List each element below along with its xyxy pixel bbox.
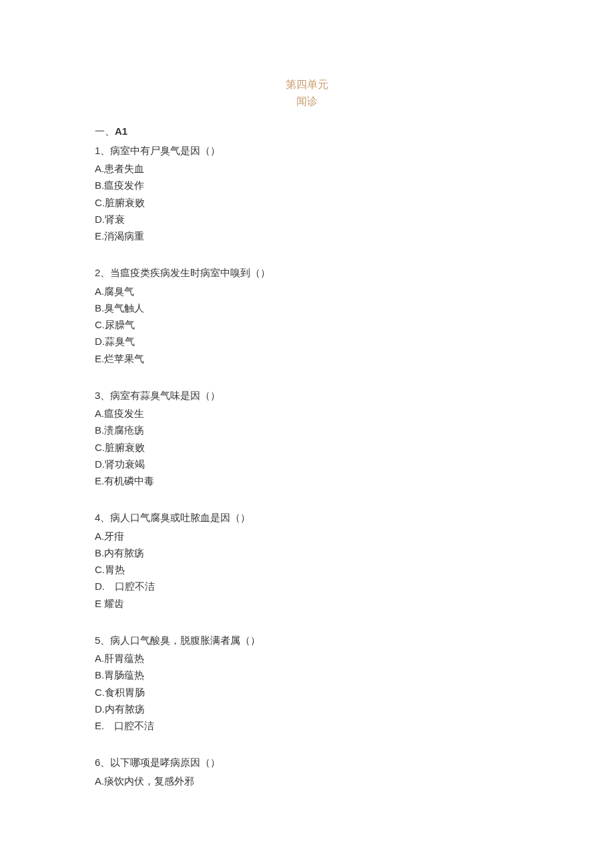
- option: D.肾功衰竭: [95, 456, 519, 472]
- option: A.痰饮内伏，复感外邪: [95, 773, 519, 789]
- question: 3、病室有蒜臭气味是因（）A.瘟疫发生B.溃腐疮疡C.脏腑衰败D.肾功衰竭E.有…: [95, 388, 519, 489]
- option-text: 口腔不洁: [104, 720, 154, 731]
- option: D.肾衰: [95, 211, 519, 227]
- question: 6、以下哪项是哮病原因（）A.痰饮内伏，复感外邪: [95, 755, 519, 789]
- unit-header: 第四单元 闻诊: [95, 77, 519, 110]
- option: C.食积胃肠: [95, 685, 519, 700]
- option-text: 烂苹果气: [104, 353, 144, 364]
- option-label: E: [95, 598, 101, 609]
- option-text: 有机磷中毒: [104, 475, 154, 486]
- option-label: B.: [95, 669, 104, 681]
- option-text: 胃热: [105, 564, 125, 575]
- option-label: B.: [95, 179, 104, 191]
- option-label: B.: [95, 302, 104, 314]
- option-text: 肾衰: [105, 213, 125, 225]
- option: C.脏腑衰败: [95, 440, 519, 455]
- option-label: E.: [95, 230, 104, 242]
- option-label: D.: [95, 703, 105, 715]
- option: B.瘟疫发作: [95, 177, 519, 193]
- option-label: C.: [95, 564, 105, 575]
- option: E 耀齿: [95, 596, 519, 611]
- option-label: A.: [95, 530, 104, 542]
- option-label: C.: [95, 197, 105, 208]
- option-label: C.: [95, 687, 105, 698]
- option: C.尿臊气: [95, 317, 519, 332]
- option: B.溃腐疮疡: [95, 422, 519, 438]
- section-label: 一、A1: [95, 123, 519, 139]
- option: A.瘟疫发生: [95, 406, 519, 421]
- option: E.消渴病重: [95, 228, 519, 244]
- option-text: 胃肠蕴热: [104, 669, 144, 681]
- unit-title: 第四单元: [95, 77, 519, 93]
- option-text: 内有脓疡: [104, 547, 144, 558]
- option-text: 痰饮内伏，复感外邪: [104, 775, 194, 787]
- option: B.内有脓疡: [95, 545, 519, 560]
- option-text: 消渴病重: [104, 230, 144, 242]
- section-type: A1: [115, 125, 127, 137]
- option-label: A.: [95, 653, 104, 664]
- option: C.脏腑衰败: [95, 195, 519, 210]
- question: 2、当瘟疫类疾病发生时病室中嗅到（）A.腐臭气B.臭气触人C.尿臊气D.蒜臭气E…: [95, 265, 519, 366]
- option: A.牙疳: [95, 528, 519, 544]
- option-text: 牙疳: [104, 530, 124, 542]
- section-prefix: 一、: [95, 125, 115, 137]
- question: 4、病人口气腐臭或吐脓血是因（）A.牙疳B.内有脓疡C.胃热D. 口腔不洁E 耀…: [95, 510, 519, 611]
- option-label: A.: [95, 408, 104, 419]
- question-stem: 2、当瘟疫类疾病发生时病室中嗅到（）: [95, 265, 519, 280]
- option: B.胃肠蕴热: [95, 667, 519, 683]
- option-text: 蒜臭气: [105, 336, 135, 347]
- option: D.蒜臭气: [95, 334, 519, 349]
- option-text: 脏腑衰败: [105, 197, 145, 208]
- option-text: 肾功衰竭: [105, 458, 145, 470]
- questions-container: 1、病室中有尸臭气是因（）A.患者失血B.瘟疫发作C.脏腑衰败D.肾衰E.消渴病…: [95, 143, 519, 789]
- option-label: E.: [95, 720, 104, 731]
- option: E.有机磷中毒: [95, 473, 519, 488]
- option-label: C.: [95, 442, 105, 453]
- unit-subtitle: 闻诊: [95, 93, 519, 110]
- option: A.肝胃蕴热: [95, 650, 519, 666]
- option-text: 内有脓疡: [105, 703, 145, 715]
- option-text: 耀齿: [101, 598, 124, 609]
- option-label: D.: [95, 336, 105, 347]
- option-label: B.: [95, 424, 104, 436]
- option: D. 口腔不洁: [95, 578, 519, 594]
- question: 5、病人口气酸臭，脱腹胀满者属（）A.肝胃蕴热B.胃肠蕴热C.食积胃肠D.内有脓…: [95, 632, 519, 734]
- option-text: 溃腐疮疡: [104, 424, 144, 436]
- question: 1、病室中有尸臭气是因（）A.患者失血B.瘟疫发作C.脏腑衰败D.肾衰E.消渴病…: [95, 143, 519, 244]
- option-label: A.: [95, 163, 104, 174]
- option: A.患者失血: [95, 161, 519, 176]
- option: A.腐臭气: [95, 284, 519, 299]
- option: B.臭气触人: [95, 300, 519, 316]
- option-label: E.: [95, 475, 104, 486]
- option-label: D.: [95, 213, 105, 225]
- option: E. 口腔不洁: [95, 718, 519, 733]
- option-label: A.: [95, 775, 104, 787]
- option-label: C.: [95, 319, 105, 330]
- option: D.内有脓疡: [95, 701, 519, 717]
- option-label: B.: [95, 547, 104, 558]
- option-text: 患者失血: [104, 163, 144, 174]
- option-label: D.: [95, 458, 105, 470]
- option-text: 尿臊气: [105, 319, 135, 330]
- option-text: 脏腑衰败: [105, 442, 145, 453]
- option: C.胃热: [95, 562, 519, 577]
- option-text: 臭气触人: [104, 302, 144, 314]
- question-stem: 6、以下哪项是哮病原因（）: [95, 755, 519, 770]
- option-text: 食积胃肠: [105, 687, 145, 698]
- option-label: D.: [95, 580, 105, 592]
- option: E.烂苹果气: [95, 351, 519, 366]
- option-text: 口腔不洁: [105, 580, 155, 592]
- option-text: 瘟疫发生: [104, 408, 144, 419]
- question-stem: 4、病人口气腐臭或吐脓血是因（）: [95, 510, 519, 525]
- option-text: 腐臭气: [104, 286, 134, 297]
- question-stem: 5、病人口气酸臭，脱腹胀满者属（）: [95, 632, 519, 648]
- option-text: 瘟疫发作: [104, 179, 144, 191]
- question-stem: 3、病室有蒜臭气味是因（）: [95, 388, 519, 403]
- option-label: E.: [95, 353, 104, 364]
- option-text: 肝胃蕴热: [104, 653, 144, 664]
- question-stem: 1、病室中有尸臭气是因（）: [95, 143, 519, 158]
- option-label: A.: [95, 286, 104, 297]
